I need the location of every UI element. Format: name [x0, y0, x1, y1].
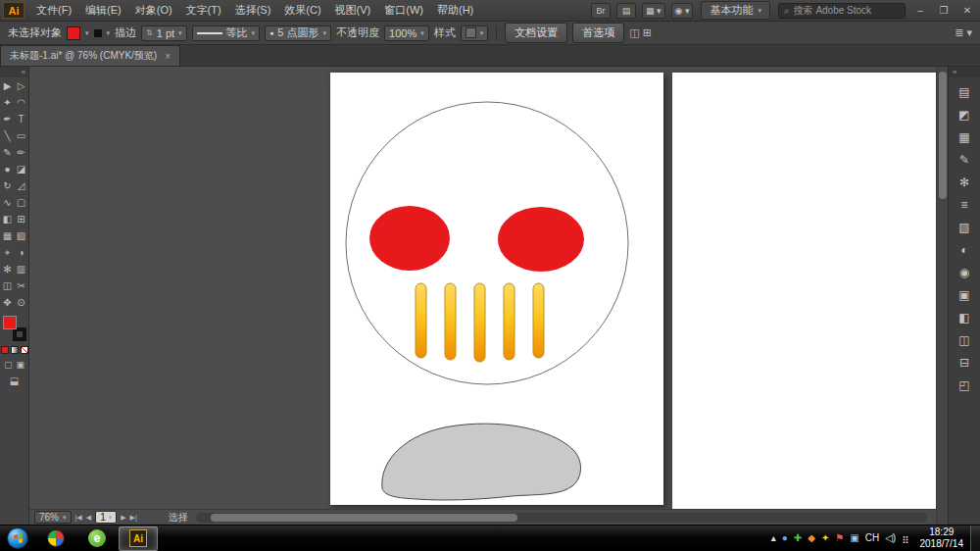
arrange-documents-icon[interactable]: ▦ ▾ — [642, 3, 665, 19]
slice-tool[interactable]: ✂ — [15, 277, 28, 294]
color-panel-icon[interactable]: ▤ — [953, 80, 976, 103]
gradient-tool[interactable]: ▧ — [15, 227, 28, 244]
menu-edit[interactable]: 编辑(E) — [78, 0, 128, 21]
stroke-panel-icon[interactable]: ≡ — [953, 193, 976, 216]
restore-button[interactable]: ❐ — [937, 5, 951, 16]
layers-panel-icon[interactable]: ◧ — [953, 306, 976, 328]
menu-view[interactable]: 视图(V) — [328, 0, 378, 21]
toolbar-collapse-button[interactable]: « — [0, 67, 28, 77]
eraser-tool[interactable]: ◪ — [15, 161, 28, 177]
free-transform-tool[interactable]: ▢ — [15, 194, 28, 211]
opacity-input[interactable]: 100% ▾ — [384, 25, 429, 41]
menu-type[interactable]: 文字(T) — [179, 0, 228, 21]
taskbar-illustrator-button[interactable]: Ai — [119, 526, 158, 551]
scale-tool[interactable]: ◿ — [15, 177, 28, 194]
artboards-panel-icon[interactable]: ◫ — [953, 328, 976, 351]
chin-blob[interactable] — [382, 424, 581, 500]
tooth-5[interactable] — [533, 283, 544, 358]
tray-im-icon[interactable]: ✦ — [821, 533, 829, 543]
align-panel-icon[interactable]: ⊟ — [953, 351, 976, 374]
tray-volume-icon[interactable]: ◁) — [885, 533, 896, 543]
rotate-tool[interactable]: ↻ — [1, 177, 15, 194]
menu-object[interactable]: 对象(O) — [128, 0, 179, 21]
bridge-icon[interactable]: Br — [591, 3, 611, 19]
mesh-tool[interactable]: ▦ — [1, 227, 15, 244]
tray-expand-icon[interactable]: ▴ — [771, 533, 776, 543]
blend-tool[interactable]: ◑ — [15, 244, 28, 261]
menu-help[interactable]: 帮助(H) — [430, 0, 480, 21]
zoom-tool[interactable]: ⊙ — [15, 294, 28, 311]
start-button[interactable] — [0, 526, 35, 551]
type-tool[interactable]: T — [15, 111, 28, 127]
appearance-panel-icon[interactable]: ◉ — [953, 261, 976, 283]
direct-selection-tool[interactable]: ▷ — [15, 77, 28, 94]
preferences-button[interactable]: 首选项 — [572, 23, 624, 43]
menu-file[interactable]: 文件(F) — [29, 0, 78, 21]
control-panel-menu-icon[interactable]: ≣ ▾ — [955, 26, 972, 39]
artboard-number-input[interactable]: 1 ▾ — [95, 511, 117, 524]
pencil-tool[interactable]: ✏ — [15, 144, 28, 161]
none-button[interactable] — [21, 346, 28, 354]
menu-effect[interactable]: 效果(C) — [277, 0, 327, 21]
tray-language-icon[interactable]: CH — [865, 533, 879, 543]
next-artboard-button[interactable]: ▶ — [121, 514, 125, 522]
vertical-scrollbar[interactable] — [936, 67, 948, 525]
horizontal-scrollbar-thumb[interactable] — [211, 514, 517, 522]
fill-color-swatch[interactable] — [67, 26, 80, 40]
taskbar-clock[interactable]: 18:29 2018/7/14 — [920, 526, 964, 550]
tray-network-icon[interactable]: ⣶ — [902, 533, 908, 543]
taskbar-e-browser-button[interactable]: e — [77, 526, 117, 551]
paintbrush-tool[interactable]: ✎ — [1, 144, 15, 161]
symbols-panel-icon[interactable]: ✻ — [953, 171, 976, 193]
gradient-button[interactable] — [11, 346, 19, 354]
screen-mode-button[interactable]: ⬓ — [10, 376, 19, 386]
artboard-1[interactable] — [330, 73, 663, 505]
hand-tool[interactable]: ✥ — [1, 294, 15, 311]
line-segment-tool[interactable]: ╲ — [1, 127, 15, 144]
brushes-panel-icon[interactable]: ✎ — [953, 148, 976, 171]
tray-usb-icon[interactable]: ▣ — [850, 533, 858, 543]
blob-brush-tool[interactable]: ● — [1, 161, 15, 177]
horizontal-scrollbar[interactable] — [196, 513, 927, 523]
stepper-icon[interactable]: ⇅ — [146, 28, 153, 37]
brush-definition-dropdown[interactable]: ● 5 点圆形 ▾ — [265, 25, 331, 41]
stacks-icon[interactable]: ▤ — [616, 3, 636, 19]
style-dropdown[interactable]: ▾ — [461, 25, 489, 41]
tooth-2[interactable] — [445, 283, 456, 360]
prev-artboard-button[interactable]: ◀ — [86, 514, 91, 522]
rectangle-tool[interactable]: ▭ — [15, 127, 28, 144]
transparency-panel-icon[interactable]: ◐ — [953, 238, 976, 261]
illustrator-logo-icon[interactable]: Ai — [3, 2, 24, 19]
lasso-tool[interactable]: ◠ — [15, 94, 28, 111]
shape-builder-tool[interactable]: ◧ — [1, 211, 15, 227]
chevron-down-icon[interactable]: ▾ — [107, 29, 111, 37]
show-desktop-button[interactable] — [970, 526, 980, 551]
pathfinder-panel-icon[interactable]: ◰ — [953, 374, 976, 396]
draw-behind-button[interactable]: ▣ — [17, 360, 25, 370]
chevron-down-icon[interactable]: ▾ — [85, 29, 89, 37]
zoom-level-dropdown[interactable]: 76% ▾ — [34, 511, 72, 524]
tray-update-icon[interactable]: ● — [782, 533, 788, 543]
color-guide-panel-icon[interactable]: ◩ — [953, 103, 976, 125]
gradient-panel-icon[interactable]: ▧ — [953, 216, 976, 238]
eyedropper-tool[interactable]: ⌖ — [1, 244, 15, 261]
menu-select[interactable]: 选择(S) — [228, 0, 278, 21]
taskbar-browser-ball-button[interactable] — [36, 526, 75, 551]
tray-security-icon[interactable]: ✚ — [794, 533, 802, 543]
menu-window[interactable]: 窗口(W) — [377, 0, 430, 21]
canvas-pasteboard[interactable]: 76% ▾ |◀ ◀ 1 ▾ ▶ ▶| 选择 — [29, 67, 936, 525]
symbol-sprayer-tool[interactable]: ✻ — [1, 261, 15, 277]
variable-width-profile-dropdown[interactable]: 等比 ▾ — [192, 25, 261, 41]
fill-swatch[interactable] — [3, 316, 17, 329]
tooth-1[interactable] — [416, 283, 426, 358]
swatches-panel-icon[interactable]: ▦ — [953, 125, 976, 148]
document-tab[interactable]: 未标题-1.ai* @ 76% (CMYK/预览) × — [0, 45, 180, 66]
width-tool[interactable]: ∿ — [1, 194, 15, 211]
right-eye[interactable] — [498, 207, 584, 272]
workspace-switcher[interactable]: 基本功能 ▾ — [701, 1, 770, 20]
stroke-swatch[interactable] — [13, 327, 26, 341]
pen-tool[interactable]: ✒ — [1, 111, 15, 127]
stroke-weight-input[interactable]: ⇅ 1 pt ▾ — [141, 25, 187, 41]
tooth-4[interactable] — [504, 283, 514, 360]
search-box[interactable]: ⌕ 搜索 Adobe Stock — [778, 3, 906, 19]
